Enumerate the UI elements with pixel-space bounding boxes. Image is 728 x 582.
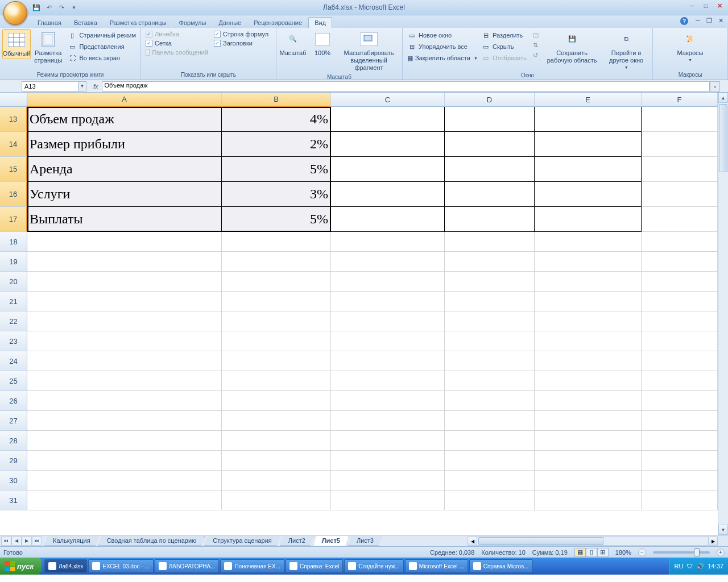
- cell[interactable]: [27, 252, 222, 272]
- cell[interactable]: [535, 132, 642, 157]
- page-break-button[interactable]: ▯Страничный режим: [67, 30, 137, 40]
- cell[interactable]: [642, 292, 718, 311]
- row-header[interactable]: 30: [0, 471, 27, 490]
- cell[interactable]: [445, 232, 535, 252]
- column-header[interactable]: C: [331, 93, 445, 107]
- cell[interactable]: [331, 252, 445, 272]
- cell[interactable]: [445, 351, 535, 371]
- cell[interactable]: 5%: [222, 157, 331, 182]
- cell[interactable]: [642, 182, 718, 207]
- sheet-nav-next[interactable]: ▶: [22, 537, 32, 546]
- cell[interactable]: [642, 431, 718, 451]
- cell[interactable]: [535, 182, 642, 207]
- cell[interactable]: [445, 252, 535, 272]
- language-indicator[interactable]: RU: [675, 563, 684, 569]
- cell[interactable]: [27, 490, 222, 510]
- maximize-button[interactable]: □: [700, 1, 712, 10]
- cell[interactable]: [27, 351, 222, 371]
- horizontal-scrollbar[interactable]: ◀ ▶: [468, 537, 718, 546]
- cell[interactable]: [445, 157, 535, 182]
- sheet-tab[interactable]: Калькуляция: [44, 536, 99, 546]
- namebox-dropdown[interactable]: ▼: [78, 81, 86, 92]
- row-header[interactable]: 16: [0, 182, 27, 207]
- cell[interactable]: [331, 232, 445, 252]
- cell[interactable]: [445, 182, 535, 207]
- sheet-tab[interactable]: Структура сценария: [204, 536, 280, 546]
- cell[interactable]: [535, 451, 642, 471]
- cell[interactable]: [642, 411, 718, 431]
- cell[interactable]: [535, 490, 642, 510]
- mdi-restore[interactable]: ❐: [704, 16, 714, 24]
- cell[interactable]: [222, 292, 331, 311]
- sheet-tab[interactable]: Лист3: [348, 536, 382, 546]
- cell[interactable]: [445, 431, 535, 451]
- cell[interactable]: [642, 451, 718, 471]
- cell[interactable]: [642, 391, 718, 411]
- view-normal-button[interactable]: Обычный: [2, 29, 31, 59]
- cell[interactable]: [642, 331, 718, 351]
- cell[interactable]: Аренда: [27, 157, 222, 182]
- sheet-nav-prev[interactable]: ◀: [11, 537, 22, 546]
- cell[interactable]: [222, 252, 331, 272]
- freeze-button[interactable]: ▦Закрепить области▼: [406, 53, 477, 63]
- cell[interactable]: Размер прибыли: [27, 132, 222, 157]
- switch-window-button[interactable]: ⧉Перейти в другое окно▼: [602, 29, 650, 72]
- fx-icon[interactable]: fx: [90, 83, 102, 90]
- ribbon-tab[interactable]: Данные: [212, 17, 247, 28]
- cell[interactable]: [331, 451, 445, 471]
- view-layout-button[interactable]: Разметка страницы: [32, 29, 64, 65]
- scroll-thumb[interactable]: [719, 104, 727, 172]
- select-all-corner[interactable]: [0, 93, 27, 107]
- name-box[interactable]: A13: [22, 81, 78, 92]
- cell[interactable]: [642, 490, 718, 510]
- taskbar-item[interactable]: ЛАБОРАТОРНА...: [155, 559, 220, 573]
- cell[interactable]: [27, 292, 222, 311]
- ribbon-tab[interactable]: Рецензирование: [247, 17, 308, 28]
- hscroll-thumb[interactable]: [478, 537, 603, 545]
- split-button[interactable]: ⊟Разделить: [480, 30, 528, 40]
- cell[interactable]: [642, 471, 718, 490]
- cell[interactable]: [445, 471, 535, 490]
- column-header[interactable]: F: [642, 93, 718, 107]
- cell[interactable]: [27, 451, 222, 471]
- taskbar-item[interactable]: Справка: Excel: [286, 559, 343, 573]
- scroll-up-icon[interactable]: ▲: [718, 93, 728, 103]
- sheet-tab[interactable]: Лист5: [313, 536, 349, 546]
- cell[interactable]: Объем продаж: [27, 107, 222, 132]
- cell[interactable]: Выплаты: [27, 207, 222, 232]
- headings-checkbox[interactable]: ✓Заголовки: [213, 39, 270, 47]
- zoom100-button[interactable]: 100%: [308, 29, 337, 58]
- cell[interactable]: [27, 371, 222, 391]
- zoom-selection-button[interactable]: Масштабировать выделенный фрагмент: [338, 29, 400, 73]
- view-layout-icon[interactable]: ▯: [586, 548, 597, 557]
- minimize-button[interactable]: ─: [686, 1, 698, 10]
- cell[interactable]: [27, 272, 222, 292]
- cell[interactable]: [535, 207, 642, 232]
- cell[interactable]: [331, 157, 445, 182]
- cell[interactable]: [445, 411, 535, 431]
- taskbar-item[interactable]: Ла64.xlsx: [44, 559, 87, 573]
- scroll-left-icon[interactable]: ◀: [468, 537, 477, 545]
- cell[interactable]: [331, 182, 445, 207]
- cell[interactable]: [331, 292, 445, 311]
- cell[interactable]: [222, 371, 331, 391]
- cell[interactable]: 3%: [222, 182, 331, 207]
- zoom-out-button[interactable]: −: [638, 548, 646, 556]
- cell[interactable]: [222, 471, 331, 490]
- ribbon-tab[interactable]: Вид: [308, 17, 332, 28]
- cell[interactable]: 5%: [222, 207, 331, 232]
- scroll-down-icon[interactable]: ▼: [718, 525, 728, 535]
- qat-dropdown-icon[interactable]: ▼: [69, 2, 79, 13]
- cell[interactable]: [642, 232, 718, 252]
- cell[interactable]: [331, 132, 445, 157]
- row-header[interactable]: 25: [0, 371, 27, 391]
- expand-formula-icon[interactable]: ⌄: [710, 81, 720, 92]
- row-header[interactable]: 28: [0, 431, 27, 451]
- cell[interactable]: [535, 292, 642, 311]
- taskbar-item[interactable]: Microsoft Excel ...: [405, 559, 468, 573]
- cell[interactable]: [535, 272, 642, 292]
- cell[interactable]: [445, 132, 535, 157]
- sheet-tab[interactable]: Лист2: [280, 536, 314, 546]
- help-icon[interactable]: ?: [680, 17, 688, 25]
- row-header[interactable]: 20: [0, 272, 27, 292]
